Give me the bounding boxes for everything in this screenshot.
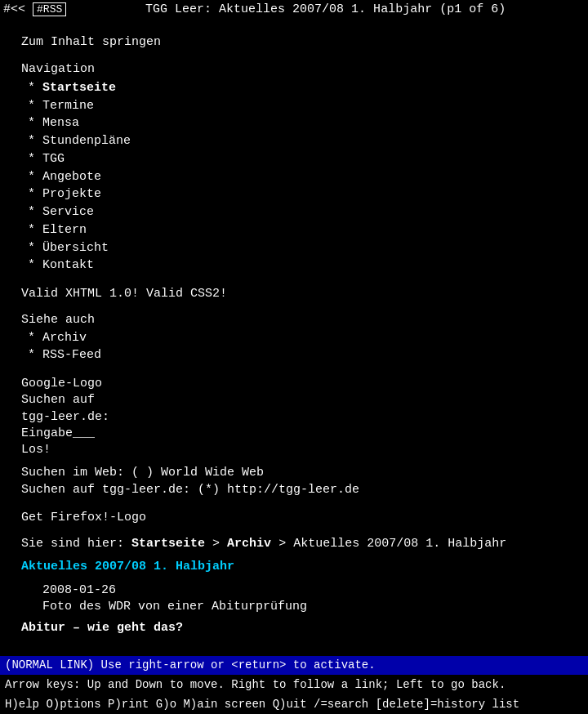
nav-item-uebersicht[interactable]: * Übersicht [21, 239, 567, 257]
nav-item-kontakt[interactable]: * Kontakt [21, 257, 567, 274]
nav-item-mensa[interactable]: * Mensa [21, 114, 567, 132]
navigation: Navigation * Startseite * Termine * Mens… [21, 61, 567, 275]
article-description: Foto des WDR von einer Abiturprüfung [42, 599, 567, 615]
article-heading: Aktuelles 2007/08 1. Halbjahr [21, 559, 567, 575]
google-site-label: Suchen auf tgg-leer.de: (*) http://tgg-l… [21, 482, 567, 498]
search-input-display[interactable]: Eingabe___ [21, 426, 567, 442]
breadcrumb-current: Aktuelles 2007/08 1. Halbjahr [293, 537, 506, 551]
nav-item-service[interactable]: * Service [21, 203, 567, 221]
google-searchon: Suchen auf [21, 392, 567, 408]
google-section: Google-Logo Suchen auf tgg-leer.de: Eing… [21, 376, 567, 498]
page-title: TGG Leer: Aktuelles 2007/08 1. Halbjahr … [66, 2, 585, 18]
top-bar-left: #<< #RSS [3, 2, 66, 18]
google-logo: Google-Logo [21, 376, 567, 392]
breadcrumb-sep2: > [278, 537, 293, 551]
nav-item-projekte[interactable]: * Projekte [21, 185, 567, 203]
help-bar: Arrow keys: Up and Down to move. Right t… [0, 676, 588, 694]
breadcrumb-home[interactable]: Startseite [131, 537, 205, 551]
nav-item-angebote[interactable]: * Angebote [21, 168, 567, 186]
nav-item-stundenplaene[interactable]: * Stundenpläne [21, 132, 567, 150]
breadcrumb-sep1: > [212, 537, 227, 551]
top-bar: #<< #RSS TGG Leer: Aktuelles 2007/08 1. … [0, 0, 588, 20]
see-also-archiv[interactable]: * Archiv [21, 329, 567, 347]
firefox-logo: Get Firefox!-Logo [21, 510, 567, 526]
rss-badge[interactable]: #RSS [33, 2, 66, 16]
google-button[interactable]: Los! [21, 442, 567, 458]
breadcrumb-prefix: Sie sind hier: [21, 537, 124, 551]
breadcrumb: Sie sind hier: Startseite > Archiv > Akt… [21, 536, 567, 552]
google-web-label: Suchen im Web: ( ) World Wide Web [21, 465, 567, 481]
top-bar-arrows: #<< [3, 2, 25, 16]
google-domain: tgg-leer.de: [21, 409, 567, 426]
nav-item-eltern[interactable]: * Eltern [21, 221, 567, 239]
skip-link[interactable]: Zum Inhalt springen [21, 34, 567, 51]
status-bar: (NORMAL LINK) Use right-arrow or <return… [0, 656, 588, 675]
bottom-commands: H)elp O)ptions P)rint G)o M)ain screen Q… [0, 695, 588, 714]
nav-item-startseite[interactable]: * Startseite [21, 79, 567, 97]
main-content: Zum Inhalt springen Navigation * Startse… [0, 20, 588, 643]
article-date: 2008-01-26 [42, 582, 567, 599]
breadcrumb-archiv[interactable]: Archiv [227, 537, 271, 551]
article-content: 2008-01-26 Foto des WDR von einer Abitur… [21, 582, 567, 616]
nav-label: Navigation [21, 61, 567, 78]
see-also: Siehe auch * Archiv * RSS-Feed [21, 312, 567, 364]
see-also-label: Siehe auch [21, 312, 567, 328]
nav-item-tgg[interactable]: * TGG [21, 150, 567, 168]
see-also-rss[interactable]: * RSS-Feed [21, 346, 567, 364]
valid-line: Valid XHTML 1.0! Valid CSS2! [21, 286, 567, 302]
nav-item-termine[interactable]: * Termine [21, 97, 567, 115]
article-title[interactable]: Abitur – wie geht das? [21, 620, 567, 636]
